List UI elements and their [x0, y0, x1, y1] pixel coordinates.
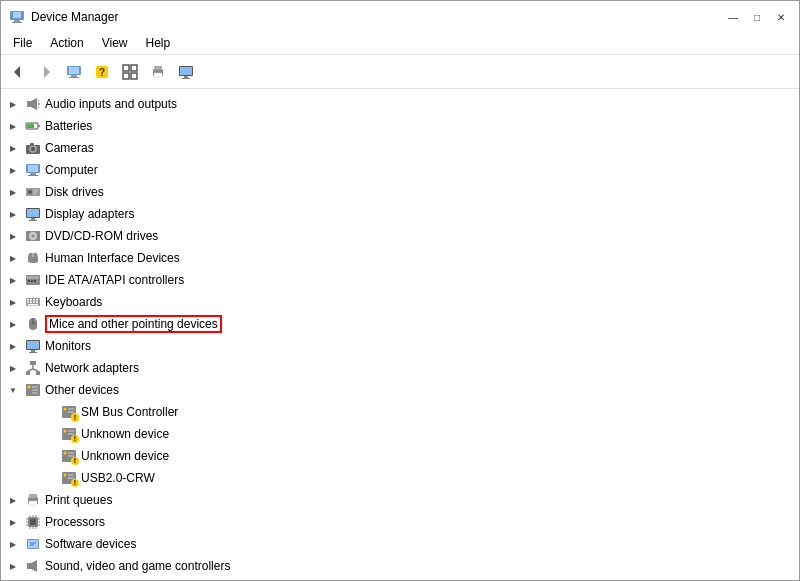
- tree-item-print[interactable]: ▶ Print queues: [1, 489, 799, 511]
- svg-rect-74: [26, 371, 30, 375]
- svg-rect-18: [154, 73, 162, 77]
- svg-marker-24: [31, 98, 37, 110]
- keyboards-label: Keyboards: [45, 295, 102, 309]
- tree-item-network[interactable]: ▶ Network adapters: [1, 357, 799, 379]
- tree-item-mice[interactable]: ▶ Mice and other pointing devices: [1, 313, 799, 335]
- tree-item-hid[interactable]: ▶ Human Interface Devices: [1, 247, 799, 269]
- tree-item-other[interactable]: ▼ Other devices: [1, 379, 799, 401]
- tree-item-audio[interactable]: ▶ Audio inputs and outputs: [1, 93, 799, 115]
- svg-rect-23: [27, 101, 31, 107]
- computer-icon: [66, 64, 82, 80]
- expander-disk[interactable]: ▶: [5, 184, 21, 200]
- expander-display[interactable]: ▶: [5, 206, 21, 222]
- tree-item-ide[interactable]: ▶ IDE ATA/ATAPI controllers: [1, 269, 799, 291]
- sound-label: Sound, video and game controllers: [45, 559, 230, 573]
- tree-item-software[interactable]: ▶ Software devices: [1, 533, 799, 555]
- computer-button[interactable]: [61, 59, 87, 85]
- svg-rect-15: [131, 73, 137, 79]
- tree-item-usb2crw[interactable]: ▶ ! USB2.0-CRW: [1, 467, 799, 489]
- tree-item-proc[interactable]: ▶ Processors: [1, 511, 799, 533]
- unknown2-label: Unknown device: [81, 449, 169, 463]
- expander-hid[interactable]: ▶: [5, 250, 21, 266]
- print-button[interactable]: [145, 59, 171, 85]
- tree-item-sound[interactable]: ▶ Sound, video and game controllers: [1, 555, 799, 577]
- svg-rect-54: [28, 280, 30, 282]
- title-controls: — □ ✕: [723, 7, 791, 27]
- title-bar-icon: [9, 9, 25, 25]
- proc-label: Processors: [45, 515, 105, 529]
- forward-button[interactable]: [33, 59, 59, 85]
- usb2crw-label: USB2.0-CRW: [81, 471, 155, 485]
- expander-proc[interactable]: ▶: [5, 514, 21, 530]
- tree-item-display[interactable]: ▶ Display adapters: [1, 203, 799, 225]
- maximize-button[interactable]: □: [747, 7, 767, 27]
- svg-rect-71: [31, 350, 35, 352]
- svg-point-40: [28, 190, 32, 194]
- help-button[interactable]: ?: [89, 59, 115, 85]
- menu-action[interactable]: Action: [42, 34, 91, 52]
- svg-rect-38: [28, 175, 38, 176]
- forward-icon: [38, 64, 54, 80]
- print-tree-icon: [25, 492, 41, 508]
- monitors-label: Monitors: [45, 339, 91, 353]
- network-icon: [25, 360, 41, 376]
- back-button[interactable]: [5, 59, 31, 85]
- tree-item-cameras[interactable]: ▶ Cameras: [1, 137, 799, 159]
- tree-item-batteries[interactable]: ▶ Batteries: [1, 115, 799, 137]
- expander-software[interactable]: ▶: [5, 536, 21, 552]
- warn-badge-usb2crw: !: [71, 479, 79, 487]
- tree-view[interactable]: ▶ Audio inputs and outputs ▶ Batteries ▶: [1, 89, 799, 580]
- expander-batteries[interactable]: ▶: [5, 118, 21, 134]
- batteries-label: Batteries: [45, 119, 92, 133]
- svg-point-97: [64, 474, 67, 477]
- computer-label: Computer: [45, 163, 98, 177]
- expander-ide[interactable]: ▶: [5, 272, 21, 288]
- expander-audio[interactable]: ▶: [5, 96, 21, 112]
- expander-print[interactable]: ▶: [5, 492, 21, 508]
- tree-item-dvd[interactable]: ▶ DVD/CD-ROM drives: [1, 225, 799, 247]
- menu-file[interactable]: File: [5, 34, 40, 52]
- svg-rect-8: [71, 75, 77, 77]
- expander-dvd[interactable]: ▶: [5, 228, 21, 244]
- tree-item-computer[interactable]: ▶ Computer: [1, 159, 799, 181]
- print-icon: [150, 64, 166, 80]
- svg-point-50: [32, 235, 35, 238]
- network-label: Network adapters: [45, 361, 139, 375]
- expander-other[interactable]: ▼: [5, 382, 21, 398]
- expander-cameras[interactable]: ▶: [5, 140, 21, 156]
- expander-keyboards[interactable]: ▶: [5, 294, 21, 310]
- monitor-button[interactable]: [173, 59, 199, 85]
- svg-rect-60: [33, 299, 35, 301]
- tree-item-monitors[interactable]: ▶ Monitors: [1, 335, 799, 357]
- expander-computer[interactable]: ▶: [5, 162, 21, 178]
- expander-sound[interactable]: ▶: [5, 558, 21, 574]
- tree-item-smbus[interactable]: ▶ ! SM Bus Controller: [1, 401, 799, 423]
- menu-view[interactable]: View: [94, 34, 136, 52]
- tree-item-disk[interactable]: ▶ Disk drives: [1, 181, 799, 203]
- expander-mice[interactable]: ▶: [5, 316, 21, 332]
- expander-network[interactable]: ▶: [5, 360, 21, 376]
- menu-bar: File Action View Help: [1, 31, 799, 55]
- minimize-button[interactable]: —: [723, 7, 743, 27]
- svg-rect-53: [27, 276, 39, 279]
- svg-rect-72: [29, 352, 37, 353]
- mice-icon: [25, 316, 41, 332]
- device-manager-window: Device Manager — □ ✕ File Action View He…: [0, 0, 800, 581]
- expander-monitors[interactable]: ▶: [5, 338, 21, 354]
- svg-rect-20: [180, 67, 192, 75]
- svg-rect-1: [13, 12, 21, 18]
- tree-item-keyboards[interactable]: ▶ Keyboards: [1, 291, 799, 313]
- svg-point-85: [64, 408, 67, 411]
- grid-button[interactable]: [117, 59, 143, 85]
- close-button[interactable]: ✕: [771, 7, 791, 27]
- tree-item-unknown2[interactable]: ▶ ! Unknown device: [1, 445, 799, 467]
- svg-rect-118: [28, 540, 38, 548]
- svg-rect-3: [12, 22, 22, 23]
- monitor-icon: [178, 64, 194, 80]
- dvd-label: DVD/CD-ROM drives: [45, 229, 158, 243]
- svg-point-89: [64, 430, 67, 433]
- svg-rect-70: [27, 341, 39, 349]
- menu-help[interactable]: Help: [138, 34, 179, 52]
- tree-item-unknown1[interactable]: ▶ ! Unknown device: [1, 423, 799, 445]
- tree-item-storage[interactable]: ▶ Storage controllers: [1, 577, 799, 580]
